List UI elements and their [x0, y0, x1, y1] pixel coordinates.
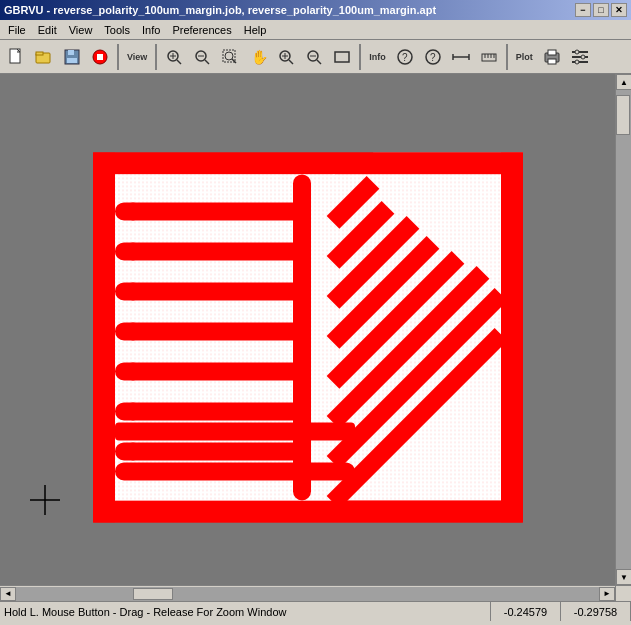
toolbar-info-label[interactable]: Info — [365, 46, 390, 68]
hscroll-track[interactable] — [16, 587, 599, 601]
status-bar: Hold L. Mouse Button - Drag - Release Fo… — [0, 601, 631, 621]
svg-line-9 — [177, 60, 181, 64]
title-bar-buttons: − □ ✕ — [575, 3, 627, 17]
svg-line-24 — [317, 60, 321, 64]
svg-text:?: ? — [430, 52, 436, 63]
toolbar-settings[interactable] — [567, 44, 593, 70]
toolbar-zoom-out2[interactable] — [301, 44, 327, 70]
toolbar-stop-btn[interactable] — [87, 44, 113, 70]
scroll-up-btn[interactable]: ▲ — [616, 74, 631, 90]
scroll-track[interactable] — [616, 90, 631, 569]
svg-point-46 — [581, 55, 585, 59]
toolbar-sep-1 — [117, 44, 119, 70]
toolbar-pan[interactable]: ✋ — [245, 44, 271, 70]
menu-info[interactable]: Info — [136, 22, 166, 38]
toolbar-help1[interactable]: ? — [392, 44, 418, 70]
toolbar-save-btn[interactable] — [59, 44, 85, 70]
toolbar-zoom-in2[interactable] — [273, 44, 299, 70]
svg-line-20 — [289, 60, 293, 64]
svg-line-13 — [205, 60, 209, 64]
svg-rect-42 — [572, 51, 588, 53]
toolbar-sep-4 — [506, 44, 508, 70]
toolbar-view-label[interactable]: View — [123, 46, 151, 68]
svg-rect-26 — [335, 52, 349, 62]
menu-preferences[interactable]: Preferences — [166, 22, 237, 38]
svg-point-47 — [575, 60, 579, 64]
coord-x: -0.24579 — [491, 602, 561, 621]
toolbar-sep-2 — [155, 44, 157, 70]
toolbar-zoom-window[interactable] — [217, 44, 243, 70]
menu-edit[interactable]: Edit — [32, 22, 63, 38]
hscroll-thumb[interactable] — [133, 588, 173, 600]
scroll-corner — [615, 586, 631, 601]
svg-point-45 — [575, 50, 579, 54]
vertical-scrollbar[interactable]: ▲ ▼ — [615, 74, 631, 585]
svg-rect-2 — [36, 52, 43, 55]
menu-help[interactable]: Help — [238, 22, 273, 38]
title-bar: GBRVU - reverse_polarity_100um_margin.jo… — [0, 0, 631, 20]
gerber-display — [93, 152, 523, 522]
svg-rect-7 — [97, 54, 103, 60]
toolbar-new-btn[interactable] — [3, 44, 29, 70]
toolbar-plot-label[interactable]: Plot — [512, 46, 537, 68]
svg-rect-5 — [67, 58, 77, 63]
toolbar-help2[interactable]: ? — [420, 44, 446, 70]
gerber-svg — [93, 152, 523, 522]
title-text: GBRVU - reverse_polarity_100um_margin.jo… — [4, 4, 436, 16]
cross-cursor — [30, 485, 60, 515]
menu-tools[interactable]: Tools — [98, 22, 136, 38]
svg-text:✋: ✋ — [251, 49, 267, 66]
main-area: ▲ ▼ — [0, 74, 631, 585]
menu-file[interactable]: File — [2, 22, 32, 38]
toolbar-ruler[interactable] — [476, 44, 502, 70]
scroll-right-btn[interactable]: ► — [599, 587, 615, 601]
toolbar-open-btn[interactable] — [31, 44, 57, 70]
toolbar-measure[interactable] — [448, 44, 474, 70]
horizontal-scrollbar[interactable]: ◄ ► — [0, 586, 615, 601]
toolbar-print[interactable] — [539, 44, 565, 70]
toolbar-zoom-box[interactable] — [329, 44, 355, 70]
scroll-left-btn[interactable]: ◄ — [0, 587, 16, 601]
svg-point-16 — [225, 52, 233, 60]
scroll-down-btn[interactable]: ▼ — [616, 569, 631, 585]
svg-text:?: ? — [402, 52, 408, 63]
svg-rect-40 — [548, 50, 556, 55]
svg-rect-83 — [93, 152, 523, 522]
menu-view[interactable]: View — [63, 22, 99, 38]
svg-rect-43 — [572, 56, 588, 58]
menu-bar: File Edit View Tools Info Preferences He… — [0, 20, 631, 40]
maximize-button[interactable]: □ — [593, 3, 609, 17]
toolbar-zoom-magnify[interactable] — [161, 44, 187, 70]
scroll-thumb[interactable] — [616, 95, 630, 135]
close-button[interactable]: ✕ — [611, 3, 627, 17]
minimize-button[interactable]: − — [575, 3, 591, 17]
svg-rect-44 — [572, 61, 588, 63]
horizontal-scrollbar-area: ◄ ► — [0, 585, 631, 601]
toolbar: View ✋ Info ? ? Plot — [0, 40, 631, 74]
svg-rect-4 — [68, 50, 74, 55]
toolbar-zoom-out[interactable] — [189, 44, 215, 70]
status-message: Hold L. Mouse Button - Drag - Release Fo… — [0, 602, 491, 621]
toolbar-sep-3 — [359, 44, 361, 70]
canvas-area[interactable] — [0, 74, 615, 585]
svg-rect-41 — [548, 59, 556, 64]
coord-y: -0.29758 — [561, 602, 631, 621]
